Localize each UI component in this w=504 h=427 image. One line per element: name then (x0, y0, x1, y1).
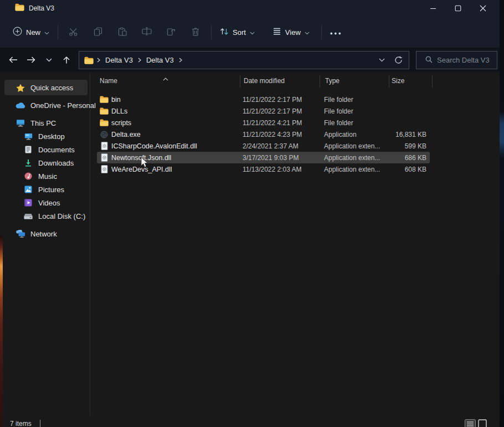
cut-button[interactable] (61, 21, 86, 43)
file-row[interactable]: bin 11/21/2022 2:17 PM File folder (97, 94, 430, 105)
title-bar: Delta V3 (0, 0, 500, 17)
address-bar[interactable]: Delta V3 Delta V3 (79, 51, 409, 69)
copy-button[interactable] (86, 21, 110, 43)
file-name: scripts (111, 119, 243, 127)
sidebar-item-documents[interactable]: Documents (4, 143, 88, 156)
desktop-edge-right (500, 0, 504, 427)
column-header-name[interactable]: Name (100, 77, 117, 85)
column-divider[interactable] (240, 75, 240, 88)
sidebar-item-label: Videos (38, 199, 60, 207)
search-icon (425, 55, 433, 65)
file-date: 2/24/2021 2:37 AM (243, 142, 324, 150)
local-disk-icon (23, 213, 33, 220)
file-type: Application (324, 131, 390, 138)
sort-button[interactable]: Sort (215, 23, 260, 42)
column-header-date-modified[interactable]: Date modified (244, 77, 285, 85)
more-options-button[interactable] (325, 24, 346, 41)
rename-button[interactable] (135, 21, 159, 43)
refresh-button[interactable] (390, 53, 407, 68)
breadcrumb-chevron-icon (136, 58, 143, 63)
network-icon (16, 230, 25, 238)
sort-label: Sort (233, 28, 246, 37)
file-row[interactable]: scripts 11/21/2022 4:21 PM File folder (97, 117, 430, 128)
forward-button[interactable] (22, 51, 40, 69)
delete-button[interactable] (183, 21, 208, 43)
column-header-size[interactable]: Size (392, 77, 404, 85)
file-name: WeAreDevs_API.dll (111, 166, 243, 173)
sidebar-item-downloads[interactable]: Downloads (4, 156, 88, 169)
column-divider[interactable] (320, 75, 320, 88)
view-button[interactable]: View (268, 23, 315, 42)
folder-icon (97, 96, 111, 103)
breadcrumb-item[interactable]: Delta V3 (143, 54, 177, 66)
sidebar-item-label: OneDrive - Personal (30, 101, 96, 110)
up-button[interactable] (58, 51, 75, 69)
trash-icon (192, 27, 199, 38)
paste-button[interactable] (110, 21, 135, 43)
back-button[interactable] (4, 51, 22, 69)
maximize-button[interactable] (445, 0, 470, 17)
sidebar-item-videos[interactable]: Videos (4, 196, 88, 209)
file-name: Delta.exe (111, 131, 243, 138)
sidebar-item-quick-access[interactable]: Quick access (4, 80, 88, 95)
column-header-type[interactable]: Type (325, 77, 340, 85)
downloads-icon (23, 159, 33, 167)
file-row[interactable]: Delta.exe 11/21/2022 4:23 PM Application… (97, 128, 430, 140)
search-box[interactable] (416, 51, 497, 69)
file-type: File folder (324, 107, 390, 115)
toolbar-separator (58, 25, 58, 39)
ellipsis-icon (330, 28, 341, 37)
file-size: 16,831 KB (390, 131, 426, 138)
view-toggles (465, 419, 487, 427)
file-size: 599 KB (390, 142, 426, 150)
file-date: 11/21/2022 4:21 PM (243, 119, 324, 127)
sidebar-item-label: Pictures (38, 186, 64, 194)
file-name: ICSharpCode.AvalonEdit.dll (111, 142, 243, 150)
minimize-button[interactable] (420, 0, 445, 17)
sidebar-item-this-pc[interactable]: This PC (4, 116, 88, 130)
recent-locations-button[interactable] (40, 51, 58, 69)
sidebar-item-label: Quick access (30, 84, 73, 92)
close-button[interactable] (470, 0, 495, 17)
view-label: View (285, 28, 301, 37)
folder-icon (97, 119, 111, 126)
folder-icon (15, 3, 24, 13)
music-icon (23, 172, 33, 180)
search-input[interactable] (437, 56, 492, 64)
details-view-button[interactable] (465, 419, 476, 427)
file-date: 11/21/2022 2:17 PM (243, 107, 324, 115)
sidebar-item-desktop[interactable]: Desktop (4, 130, 88, 143)
application-icon (97, 131, 111, 138)
file-type: Application exten... (324, 142, 390, 150)
file-row-selected[interactable]: Newtonsoft.Json.dll 3/17/2021 9:03 PM Ap… (97, 152, 430, 163)
sidebar-item-local-disk[interactable]: Local Disk (C:) (4, 209, 88, 223)
file-row[interactable]: DLLs 11/21/2022 2:17 PM File folder (97, 105, 430, 117)
sort-ascending-icon (163, 73, 168, 83)
new-button[interactable]: New (8, 22, 54, 42)
column-divider[interactable] (389, 75, 389, 88)
sidebar-item-pictures[interactable]: Pictures (4, 183, 88, 196)
sidebar-item-network[interactable]: Network (4, 227, 88, 240)
command-bar: New Sort View (0, 17, 500, 48)
folder-icon (84, 56, 94, 64)
breadcrumb-chevron-icon (95, 58, 102, 63)
sidebar-item-onedrive[interactable]: OneDrive - Personal (4, 99, 88, 112)
sidebar-item-music[interactable]: Music (4, 169, 88, 183)
toolbar-separator (211, 25, 212, 39)
chevron-down-icon (44, 28, 49, 37)
explorer-window: Delta V3 New Sor (0, 0, 500, 427)
share-button[interactable] (159, 21, 183, 43)
breadcrumb-item[interactable]: Delta V3 (102, 54, 136, 66)
sidebar-item-label: This PC (30, 119, 56, 127)
navigation-bar: Delta V3 Delta V3 (0, 48, 500, 72)
desktop-icon (23, 133, 33, 140)
window-title: Delta V3 (29, 4, 54, 12)
videos-icon (23, 199, 33, 207)
file-row[interactable]: ICSharpCode.AvalonEdit.dll 2/24/2021 2:3… (97, 140, 430, 152)
icons-view-button[interactable] (478, 419, 487, 427)
file-row[interactable]: WeAreDevs_API.dll 11/13/2022 2:03 AM App… (97, 163, 430, 175)
column-divider[interactable] (432, 75, 433, 88)
sidebar-item-label: Network (30, 230, 57, 238)
address-dropdown-button[interactable] (373, 53, 390, 68)
new-label: New (26, 28, 40, 37)
